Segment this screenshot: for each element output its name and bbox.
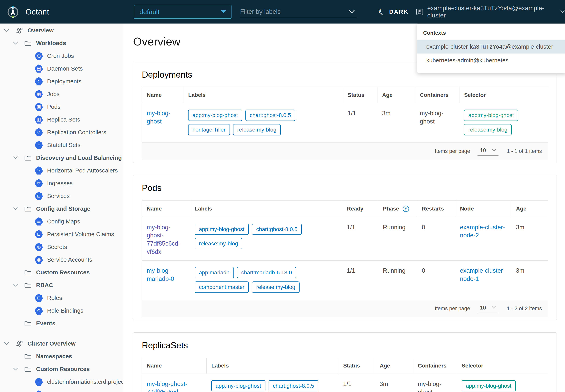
service-accounts-icon: ◉ xyxy=(35,256,43,264)
theme-toggle-label: DARK xyxy=(389,8,409,15)
sidebar-item-replica-sets[interactable]: ▥Replica Sets xyxy=(0,113,123,126)
context-menu-item-kubernetes-admin-kubernetes[interactable]: kubernetes-admin@kubernetes xyxy=(417,54,565,67)
sidebar-item-role-bindings[interactable]: ⊙Role Bindings xyxy=(0,304,123,317)
horizontal-pod-autoscalers-icon: ⇆ xyxy=(35,167,43,175)
column-header-restarts: Restarts xyxy=(417,200,455,217)
ingresses-icon: ⇄ xyxy=(35,179,43,187)
column-header-phase: Phase xyxy=(378,200,417,217)
page-size-select[interactable]: 10 xyxy=(477,304,499,313)
column-header-selector: Selector xyxy=(457,358,548,374)
sidebar-item-label: Secrets xyxy=(47,244,67,250)
cell-age: 3m xyxy=(375,374,413,392)
filter-by-labels-input[interactable]: Filter by labels xyxy=(240,5,357,18)
theme-toggle-button[interactable]: ☾ DARK xyxy=(379,0,408,24)
sidebar-item-pods[interactable]: ▣Pods xyxy=(0,100,123,113)
label-chip: app:mariadb xyxy=(195,267,234,278)
daemon-sets-icon: ▤ xyxy=(35,65,43,73)
cell-containers: my-blog-ghost xyxy=(415,103,459,142)
folder-icon xyxy=(24,40,32,46)
namespace-select[interactable]: default xyxy=(134,5,232,19)
folder-icon xyxy=(24,366,32,372)
chevron-down-icon[interactable] xyxy=(4,29,13,32)
sidebar-item-daemon-sets[interactable]: ▤Daemon Sets xyxy=(0,62,123,75)
card-title: ReplicaSets xyxy=(142,340,548,350)
sidebar-item-deployments[interactable]: ↻Deployments xyxy=(0,75,123,88)
node-link[interactable]: example-cluster-node-1 xyxy=(460,267,505,282)
chevron-down-icon[interactable] xyxy=(13,207,22,210)
sidebar-item-csidrivers-csi-storage-k8s-io[interactable]: +csidrivers.csi.storage.k8s.io xyxy=(0,388,123,392)
cell-text: 1/1 xyxy=(343,380,352,387)
column-header-selector: Selector xyxy=(459,87,548,103)
node-link[interactable]: example-cluster-node-2 xyxy=(460,224,505,239)
sidebar-item-stateful-sets[interactable]: ≡Stateful Sets xyxy=(0,139,123,151)
service-accounts-icon: ◉ xyxy=(35,256,43,264)
cell-restarts: 0 xyxy=(417,261,455,300)
sidebar-item-persistent-volume-claims[interactable]: ⊟Persistent Volume Claims xyxy=(0,228,123,240)
cell-text: Running xyxy=(383,267,405,274)
chevron-down-icon xyxy=(492,306,496,309)
sidebar-item-label: Stateful Sets xyxy=(47,142,80,148)
sidebar-item-events[interactable]: Events xyxy=(0,317,123,330)
cell-ready: 1/1 xyxy=(342,217,378,261)
chevron-down-icon[interactable] xyxy=(13,41,22,45)
custom-resource-icon: + xyxy=(35,391,43,392)
pods-icon: ▣ xyxy=(35,103,43,111)
sidebar-item-label: Service Accounts xyxy=(47,256,92,263)
label-chip: app:my-blog-ghost xyxy=(211,380,266,392)
chevron-down-icon[interactable] xyxy=(4,342,13,345)
resource-link[interactable]: my-blog-ghost-77df85c6cd xyxy=(147,380,187,392)
sidebar-item-config-and-storage[interactable]: Config and Storage xyxy=(0,202,123,215)
sidebar-item-service-accounts[interactable]: ◉Service Accounts xyxy=(0,253,123,266)
sidebar-item-secrets[interactable]: ◍Secrets xyxy=(0,240,123,253)
sidebar-item-config-maps[interactable]: ☰Config Maps xyxy=(0,215,123,228)
services-icon: ⊞ xyxy=(35,192,43,200)
label-chip: release:my-blog xyxy=(195,238,242,249)
cell-restarts: 0 xyxy=(417,217,455,261)
page-size-select[interactable]: 10 xyxy=(477,147,499,156)
column-header-label: Name xyxy=(147,92,162,98)
chevron-down-icon[interactable] xyxy=(13,367,22,371)
page-size-value: 10 xyxy=(480,305,486,311)
folder-icon xyxy=(24,269,32,276)
sidebar-item-roles[interactable]: ⊡Roles xyxy=(0,292,123,304)
cell-text: 3m xyxy=(380,380,388,387)
sidebar-item-services[interactable]: ⊞Services xyxy=(0,190,123,202)
role-bindings-icon: ⊙ xyxy=(35,307,43,315)
sidebar-item-cluster-overview[interactable]: Cluster Overview xyxy=(0,337,123,350)
context-menu-item-example-cluster-ka3tutzyo4a-example-clus[interactable]: example-cluster-ka3TuTzYo4a@example-clus… xyxy=(417,40,565,54)
chevron-down-icon[interactable] xyxy=(348,9,355,14)
cell-text: 3m xyxy=(382,110,390,117)
sidebar-item-overview[interactable]: Overview xyxy=(0,24,123,37)
stateful-sets-icon: ≡ xyxy=(35,141,43,149)
sidebar-item-replication-controllers[interactable]: ↺Replication Controllers xyxy=(0,126,123,139)
sidebar-nav: OverviewWorkloads◷Cron Jobs▤Daemon Sets↻… xyxy=(0,24,123,392)
sidebar-item-discovery-and-load-balancing[interactable]: Discovery and Load Balancing xyxy=(0,151,123,164)
sidebar-item-clusterinformations-crd-projec[interactable]: +clusterinformations.crd.projec xyxy=(0,375,123,388)
filter-funnel-icon[interactable] xyxy=(402,205,409,212)
sidebar-item-label: Pods xyxy=(47,103,60,110)
sidebar-item-custom-resources[interactable]: Custom Resources xyxy=(0,266,123,279)
applications-icon xyxy=(15,27,23,34)
sidebar-item-custom-resources[interactable]: Custom Resources xyxy=(0,363,123,375)
sidebar-item-cron-jobs[interactable]: ◷Cron Jobs xyxy=(0,49,123,62)
column-header-label: Age xyxy=(382,92,393,98)
contexts-dropdown-heading: Contexts xyxy=(417,28,565,40)
sidebar-item-rbac[interactable]: RBAC xyxy=(0,279,123,292)
sidebar-item-label: Jobs xyxy=(47,91,59,98)
sidebar-item-workloads[interactable]: Workloads xyxy=(0,37,123,49)
datagrid-footer: Items per page101 - 1 of 1 items xyxy=(142,142,548,160)
roles-icon: ⊡ xyxy=(35,294,43,302)
chevron-down-icon[interactable] xyxy=(13,156,22,160)
card-deployments: DeploymentsNameLabelsStatusAgeContainers… xyxy=(133,62,557,163)
column-header-label: Name xyxy=(147,206,162,212)
sidebar-item-namespaces[interactable]: Namespaces xyxy=(0,350,123,363)
sidebar-item-jobs[interactable]: ▦Jobs xyxy=(0,88,123,100)
sidebar-item-horizontal-pod-autoscalers[interactable]: ⇆Horizontal Pod Autoscalers xyxy=(0,164,123,177)
chevron-down-icon[interactable] xyxy=(13,283,22,287)
resource-link[interactable]: my-blog-mariadb-0 xyxy=(147,267,174,282)
sidebar-item-ingresses[interactable]: ⇄Ingresses xyxy=(0,177,123,190)
resource-link[interactable]: my-blog-ghost-77df85c6cd-vf6dx xyxy=(147,224,180,255)
resource-link[interactable]: my-blog-ghost xyxy=(147,110,170,125)
context-switcher-button[interactable]: example-cluster-ka3TuTzYo4a@example-clus… xyxy=(416,0,565,24)
cell-text: my-blog-ghost xyxy=(418,380,441,392)
